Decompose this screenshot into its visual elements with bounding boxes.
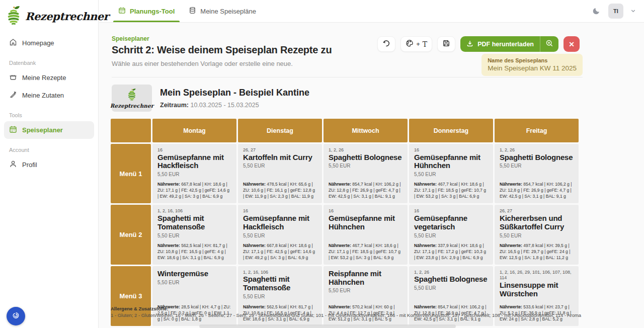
day-header-mittwoch: Mittwoch	[324, 119, 408, 142]
plan-name-label: Name des Speiseplans	[488, 57, 577, 63]
recipe-cell[interactable]: 26, 27 Kichererbsen und Süßkartoffel Cur…	[495, 205, 579, 264]
text-glyph: T	[423, 40, 427, 48]
table-corner-cell	[111, 119, 151, 142]
recipe-title: Spaghetti mit Tomatensoße	[243, 275, 317, 292]
recipe-nutrition: Nährwerte: 467,7 kcal | KH: 18,6 g | ZU:…	[329, 238, 403, 261]
allergen-footnote-text: 1 - Gluten; 2 - Gluten/Weizen; 16 - Milc…	[111, 312, 583, 319]
mealplan-title: Mein Speiseplan - Beispiel Kantine	[160, 88, 309, 98]
recipe-nutrition: Nährwerte: 497,8 kcal | KH: 39,5 g | ZU:…	[500, 238, 574, 261]
sidebar-section-account: Account	[4, 139, 94, 156]
undo-icon	[382, 39, 390, 49]
recipe-cell[interactable]: 1, 2, 16, 106 Spaghetti mit Tomatensoße …	[152, 205, 236, 264]
recipe-cell[interactable]: 26, 27 Kartoffeln mit Curry 5,50 EUR Näh…	[238, 144, 322, 203]
sidebar-item-speiseplaner[interactable]: Speiseplaner	[4, 121, 94, 139]
allergen-footnote: Allergene & Zusatzstoffe: 1 - Gluten; 2 …	[111, 306, 583, 319]
recipe-nutrition: Nährwerte: 337,9 kcal | KH: 18,6 g | ZU:…	[414, 238, 488, 261]
allergen-numbers: 1, 2, 26	[329, 147, 403, 153]
recipe-price: 5,50 EUR	[414, 172, 488, 177]
allergen-numbers: 26, 27	[243, 147, 317, 153]
mealplan-logo: Rezeptrechner	[112, 85, 152, 112]
allergen-footnote-title: Allergene & Zusatzstoffe:	[111, 306, 583, 311]
recipe-cell[interactable]: 16 Gemüsepfanne mit Hackfleisch 5,50 EUR…	[152, 144, 236, 203]
recipe-nutrition: Nährwerte: 562,5 kcal | KH: 81,7 g | ZU:…	[157, 238, 231, 261]
recipe-cell[interactable]: 16 Gemüsepfanne vegetarisch 5,50 EUR Näh…	[409, 205, 493, 264]
menu-row-label: Menü 2	[111, 205, 151, 264]
save-button[interactable]	[437, 36, 455, 52]
toolbar: + T	[377, 36, 580, 52]
pot-icon	[9, 73, 17, 83]
allergen-numbers: 16	[157, 147, 231, 153]
day-header-donnerstag: Donnerstag	[409, 119, 493, 142]
topbar: Planungs-Tool Meine Speisepläne	[99, 0, 644, 23]
sidebar-item-profil[interactable]: Profil	[4, 156, 94, 174]
sidebar-item-meine-zutaten[interactable]: Meine Zutaten	[4, 87, 94, 104]
sidebar-item-meine-rezepte[interactable]: Meine Rezepte	[4, 69, 94, 87]
recipe-cell[interactable]: 1, 2, 26 Spaghetti Bolognese 5,50 EUR Nä…	[324, 144, 408, 203]
recipe-cell[interactable]: 16 Gemüsepfanne mit Hühnchen Nährwerte: …	[324, 205, 408, 264]
plus-glyph: +	[416, 40, 420, 48]
style-text-button[interactable]: + T	[400, 36, 432, 52]
topbar-right: TI	[593, 0, 644, 22]
recipe-price: 5,50 EUR	[243, 163, 317, 169]
allergen-numbers: 1, 2, 26	[500, 147, 574, 153]
recipe-nutrition: Nährwerte: 854,7 kcal | KH: 106,2 g | ZU…	[500, 177, 574, 199]
page-subtitle: Wähle aus einer bestehenden Vorlage oder…	[112, 60, 383, 67]
sidebar-section-tools: Tools	[4, 104, 94, 121]
recipe-cell[interactable]: 16 Gemüsepfanne mit Hackfleisch 5,50 EUR…	[238, 205, 322, 264]
recipe-title: Gemüsepfanne mit Hühnchen	[414, 153, 488, 171]
brand-logo[interactable]: Rezeptrechner	[0, 0, 98, 34]
consent-widget-button[interactable]	[7, 307, 25, 325]
menu-row-label: Menü 1	[111, 144, 151, 203]
zoom-in-icon	[545, 39, 553, 49]
pdf-download-label: PDF herunterladen	[477, 41, 534, 48]
fingerprint-icon	[11, 310, 21, 322]
sidebar-item-label: Homepage	[22, 39, 54, 47]
zoom-in-button[interactable]	[540, 39, 558, 49]
carrot-icon	[9, 91, 17, 100]
sidebar-section-datenbank: Datenbank	[4, 52, 94, 69]
horizontal-scrollbar[interactable]	[199, 324, 456, 328]
recipe-title: Wintergemüse	[157, 270, 231, 278]
undo-button[interactable]	[377, 36, 395, 52]
tab-label: Meine Speisepläne	[200, 8, 256, 15]
period-value: 10.03.2025 - 15.03.2025	[190, 102, 259, 109]
recipe-nutrition: Nährwerte: 478,5 kcal | KH: 65,6 g | ZU:…	[243, 177, 317, 199]
sidebar-item-label: Profil	[22, 161, 37, 169]
recipe-title: Kichererbsen und Süßkartoffel Curry	[500, 214, 574, 231]
tab-meine-speiseplaene[interactable]: Meine Speisepläne	[182, 0, 263, 22]
recipe-title: Spaghetti mit Tomatensoße	[157, 214, 231, 231]
recipe-cell[interactable]: 16 Gemüsepfanne mit Hühnchen 5,50 EUR Nä…	[409, 144, 493, 203]
sidebar-item-label: Meine Rezepte	[22, 74, 66, 81]
recipe-nutrition: Nährwerte: 854,7 kcal | KH: 106,2 g | ZU…	[329, 177, 403, 199]
mealplan-logo-text: Rezeptrechner	[110, 103, 153, 109]
chevron-down-icon[interactable]	[630, 7, 636, 16]
sidebar-item-homepage[interactable]: Homepage	[4, 34, 94, 52]
brand-name: Rezeptrechner	[25, 10, 109, 23]
recipe-nutrition: Nährwerte: 667,8 kcal | KH: 18,6 g | ZU:…	[157, 177, 231, 199]
allergen-numbers: 1, 2, 16, 26, 29, 101, 106, 107, 108, 11…	[500, 270, 574, 281]
recipe-title: Spaghetti Bolognese	[329, 153, 403, 162]
pdf-download-button[interactable]: PDF herunterladen	[460, 36, 558, 52]
close-button[interactable]: ✕	[564, 36, 580, 52]
home-icon	[9, 38, 17, 48]
recipe-title: Gemüsepfanne mit Hackfleisch	[157, 153, 231, 171]
recipe-title: Gemüsepfanne mit Hühnchen	[329, 214, 403, 231]
avatar[interactable]: TI	[608, 4, 623, 19]
sidebar-item-label: Meine Zutaten	[22, 92, 64, 99]
day-header-montag: Montag	[152, 119, 236, 142]
recipe-title: Spaghetti Bolognese	[414, 275, 488, 284]
mealplan-table: Montag Dienstag Mittwoch Donnerstag Frei…	[111, 119, 579, 326]
sidebar: Rezeptrechner Homepage Datenbank	[0, 0, 99, 328]
moon-icon	[593, 6, 601, 16]
recipe-nutrition: Nährwerte: 467,7 kcal | KH: 18,6 g | ZU:…	[414, 177, 488, 199]
tab-label: Planungs-Tool	[130, 8, 175, 15]
recipe-price: 5,50 EUR	[500, 163, 574, 169]
tab-planungs-tool[interactable]: Planungs-Tool	[111, 0, 182, 22]
mealplan-header: Rezeptrechner Mein Speiseplan - Beispiel…	[112, 85, 309, 112]
plan-name-box: Name des Speiseplans Mein Speiseplan KW …	[481, 54, 583, 76]
apple-logo-icon	[126, 88, 137, 103]
allergen-numbers: 16	[414, 147, 488, 153]
recipe-price: 5,50 EUR	[157, 280, 231, 285]
recipe-cell[interactable]: 1, 2, 26 Spaghetti Bolognese 5,50 EUR Nä…	[495, 144, 579, 203]
dark-mode-toggle[interactable]	[593, 6, 601, 16]
